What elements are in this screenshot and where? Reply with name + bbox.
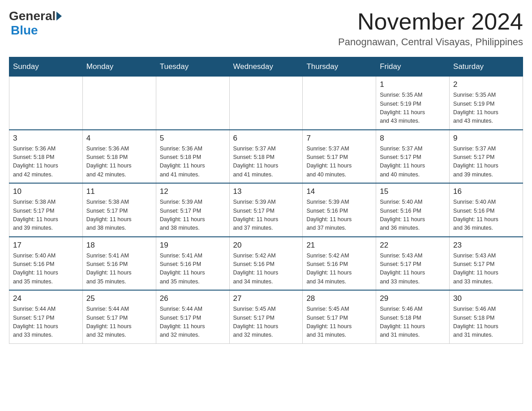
calendar-cell: 20Sunrise: 5:42 AMSunset: 5:16 PMDayligh…: [229, 237, 303, 291]
day-info: Sunrise: 5:35 AMSunset: 5:19 PMDaylight:…: [453, 91, 519, 126]
day-info: Sunrise: 5:36 AMSunset: 5:18 PMDaylight:…: [160, 145, 226, 180]
calendar-cell: 16Sunrise: 5:40 AMSunset: 5:16 PMDayligh…: [450, 183, 523, 237]
calendar-cell: [82, 76, 156, 130]
day-number: 8: [380, 134, 446, 143]
day-number: 28: [306, 294, 372, 303]
col-header-friday: Friday: [376, 57, 450, 76]
day-number: 13: [233, 187, 299, 196]
calendar-cell: 1Sunrise: 5:35 AMSunset: 5:19 PMDaylight…: [376, 76, 450, 130]
day-number: 3: [13, 134, 79, 143]
day-info: Sunrise: 5:37 AMSunset: 5:17 PMDaylight:…: [453, 145, 519, 180]
logo-general-text: General: [9, 9, 56, 23]
day-number: 7: [306, 134, 372, 143]
day-number: 17: [13, 241, 79, 250]
calendar-cell: 26Sunrise: 5:44 AMSunset: 5:17 PMDayligh…: [156, 290, 229, 343]
calendar-cell: 10Sunrise: 5:38 AMSunset: 5:17 PMDayligh…: [9, 183, 83, 237]
calendar-cell: [156, 76, 229, 130]
calendar-cell: 24Sunrise: 5:44 AMSunset: 5:17 PMDayligh…: [9, 290, 83, 343]
calendar-cell: 21Sunrise: 5:42 AMSunset: 5:16 PMDayligh…: [303, 237, 376, 291]
day-number: 20: [233, 241, 299, 250]
day-number: 18: [86, 241, 152, 250]
col-header-saturday: Saturday: [450, 57, 523, 76]
calendar-cell: 6Sunrise: 5:37 AMSunset: 5:18 PMDaylight…: [229, 130, 303, 184]
day-number: 11: [86, 187, 152, 196]
day-info: Sunrise: 5:45 AMSunset: 5:17 PMDaylight:…: [306, 305, 372, 340]
day-info: Sunrise: 5:42 AMSunset: 5:16 PMDaylight:…: [306, 252, 372, 287]
day-number: 23: [453, 241, 519, 250]
day-number: 19: [160, 241, 226, 250]
col-header-thursday: Thursday: [303, 57, 376, 76]
calendar-cell: 13Sunrise: 5:39 AMSunset: 5:17 PMDayligh…: [229, 183, 303, 237]
calendar-cell: 30Sunrise: 5:46 AMSunset: 5:18 PMDayligh…: [450, 290, 523, 343]
day-number: 26: [160, 294, 226, 303]
logo: General Blue: [9, 9, 63, 38]
calendar-cell: 23Sunrise: 5:43 AMSunset: 5:17 PMDayligh…: [450, 237, 523, 291]
page-header: General Blue November 2024 Panognawan, C…: [9, 9, 523, 48]
calendar-cell: 9Sunrise: 5:37 AMSunset: 5:17 PMDaylight…: [450, 130, 523, 184]
day-info: Sunrise: 5:35 AMSunset: 5:19 PMDaylight:…: [380, 91, 446, 126]
day-info: Sunrise: 5:45 AMSunset: 5:17 PMDaylight:…: [233, 305, 299, 340]
calendar-week-5: 24Sunrise: 5:44 AMSunset: 5:17 PMDayligh…: [9, 290, 523, 343]
calendar-cell: 27Sunrise: 5:45 AMSunset: 5:17 PMDayligh…: [229, 290, 303, 343]
calendar-cell: [303, 76, 376, 130]
day-number: 21: [306, 241, 372, 250]
day-info: Sunrise: 5:38 AMSunset: 5:17 PMDaylight:…: [13, 198, 79, 233]
day-info: Sunrise: 5:40 AMSunset: 5:16 PMDaylight:…: [453, 198, 519, 233]
calendar-cell: 3Sunrise: 5:36 AMSunset: 5:18 PMDaylight…: [9, 130, 83, 184]
col-header-sunday: Sunday: [9, 57, 83, 76]
calendar-cell: [229, 76, 303, 130]
calendar-cell: 4Sunrise: 5:36 AMSunset: 5:18 PMDaylight…: [82, 130, 156, 184]
day-number: 24: [13, 294, 79, 303]
day-number: 2: [453, 80, 519, 89]
col-header-wednesday: Wednesday: [229, 57, 303, 76]
calendar-week-3: 10Sunrise: 5:38 AMSunset: 5:17 PMDayligh…: [9, 183, 523, 237]
day-number: 14: [306, 187, 372, 196]
day-info: Sunrise: 5:41 AMSunset: 5:16 PMDaylight:…: [160, 252, 226, 287]
day-info: Sunrise: 5:43 AMSunset: 5:17 PMDaylight:…: [453, 252, 519, 287]
day-info: Sunrise: 5:39 AMSunset: 5:16 PMDaylight:…: [306, 198, 372, 233]
title-block: November 2024 Panognawan, Central Visaya…: [338, 9, 523, 48]
calendar-cell: [9, 76, 83, 130]
day-number: 10: [13, 187, 79, 196]
day-info: Sunrise: 5:41 AMSunset: 5:16 PMDaylight:…: [86, 252, 152, 287]
day-number: 22: [380, 241, 446, 250]
calendar-cell: 22Sunrise: 5:43 AMSunset: 5:17 PMDayligh…: [376, 237, 450, 291]
day-info: Sunrise: 5:43 AMSunset: 5:17 PMDaylight:…: [380, 252, 446, 287]
calendar-week-4: 17Sunrise: 5:40 AMSunset: 5:16 PMDayligh…: [9, 237, 523, 291]
location-title: Panognawan, Central Visayas, Philippines: [338, 36, 523, 48]
calendar-week-2: 3Sunrise: 5:36 AMSunset: 5:18 PMDaylight…: [9, 130, 523, 184]
day-number: 27: [233, 294, 299, 303]
calendar-cell: 25Sunrise: 5:44 AMSunset: 5:17 PMDayligh…: [82, 290, 156, 343]
logo-arrow-icon: [56, 12, 62, 21]
calendar-cell: 14Sunrise: 5:39 AMSunset: 5:16 PMDayligh…: [303, 183, 376, 237]
day-info: Sunrise: 5:44 AMSunset: 5:17 PMDaylight:…: [86, 305, 152, 340]
day-info: Sunrise: 5:40 AMSunset: 5:16 PMDaylight:…: [13, 252, 79, 287]
day-info: Sunrise: 5:44 AMSunset: 5:17 PMDaylight:…: [13, 305, 79, 340]
day-number: 29: [380, 294, 446, 303]
calendar-header-row: SundayMondayTuesdayWednesdayThursdayFrid…: [9, 57, 523, 76]
calendar-cell: 19Sunrise: 5:41 AMSunset: 5:16 PMDayligh…: [156, 237, 229, 291]
day-number: 4: [86, 134, 152, 143]
day-info: Sunrise: 5:39 AMSunset: 5:17 PMDaylight:…: [160, 198, 226, 233]
day-number: 30: [453, 294, 519, 303]
month-title: November 2024: [338, 9, 523, 34]
day-info: Sunrise: 5:37 AMSunset: 5:17 PMDaylight:…: [380, 145, 446, 180]
day-info: Sunrise: 5:46 AMSunset: 5:18 PMDaylight:…: [380, 305, 446, 340]
calendar-cell: 29Sunrise: 5:46 AMSunset: 5:18 PMDayligh…: [376, 290, 450, 343]
calendar-cell: 15Sunrise: 5:40 AMSunset: 5:16 PMDayligh…: [376, 183, 450, 237]
day-number: 9: [453, 134, 519, 143]
col-header-tuesday: Tuesday: [156, 57, 229, 76]
calendar-cell: 5Sunrise: 5:36 AMSunset: 5:18 PMDaylight…: [156, 130, 229, 184]
day-info: Sunrise: 5:42 AMSunset: 5:16 PMDaylight:…: [233, 252, 299, 287]
day-number: 16: [453, 187, 519, 196]
day-number: 12: [160, 187, 226, 196]
day-info: Sunrise: 5:39 AMSunset: 5:17 PMDaylight:…: [233, 198, 299, 233]
calendar-cell: 17Sunrise: 5:40 AMSunset: 5:16 PMDayligh…: [9, 237, 83, 291]
calendar-week-1: 1Sunrise: 5:35 AMSunset: 5:19 PMDaylight…: [9, 76, 523, 130]
day-info: Sunrise: 5:37 AMSunset: 5:17 PMDaylight:…: [306, 145, 372, 180]
logo-blue-text: Blue: [11, 23, 38, 37]
calendar-cell: 28Sunrise: 5:45 AMSunset: 5:17 PMDayligh…: [303, 290, 376, 343]
day-info: Sunrise: 5:36 AMSunset: 5:18 PMDaylight:…: [13, 145, 79, 180]
calendar-cell: 7Sunrise: 5:37 AMSunset: 5:17 PMDaylight…: [303, 130, 376, 184]
day-number: 6: [233, 134, 299, 143]
